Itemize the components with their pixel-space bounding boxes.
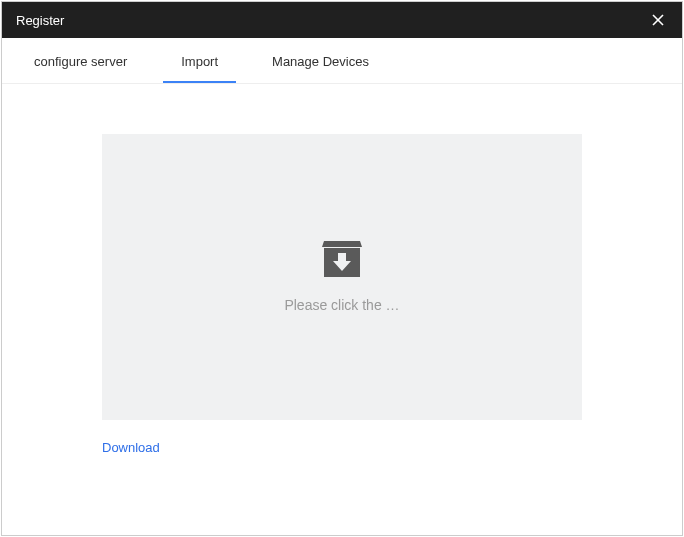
tab-label: Manage Devices — [272, 54, 369, 69]
register-dialog: Register configure server Import Manage … — [1, 1, 683, 536]
content-area: Please click the … Download — [2, 84, 682, 535]
tab-label: configure server — [34, 54, 127, 69]
tab-label: Import — [181, 54, 218, 69]
tab-import[interactable]: Import — [163, 40, 236, 83]
download-link[interactable]: Download — [102, 440, 160, 455]
close-icon[interactable] — [648, 10, 668, 30]
dialog-title: Register — [16, 13, 64, 28]
import-dropzone[interactable]: Please click the … — [102, 134, 582, 420]
titlebar: Register — [2, 2, 682, 38]
tabs: configure server Import Manage Devices — [2, 38, 682, 84]
tab-configure-server[interactable]: configure server — [16, 40, 145, 83]
archive-download-icon — [322, 241, 362, 297]
dropzone-text: Please click the … — [284, 297, 399, 313]
tab-manage-devices[interactable]: Manage Devices — [254, 40, 387, 83]
